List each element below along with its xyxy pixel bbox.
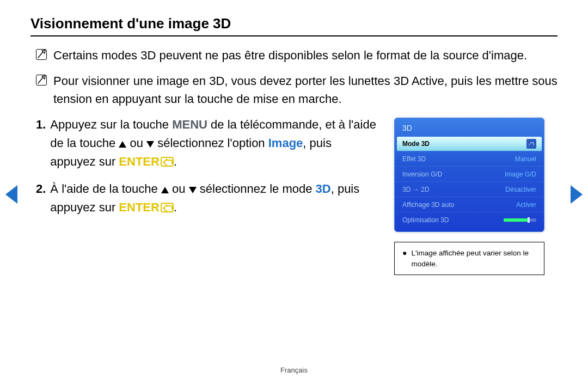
right-column: 3D Mode 3D Effet 3D Manuel Inversion G/D… (394, 118, 558, 275)
slider-fill (504, 218, 529, 222)
menu-row-mode-3d[interactable]: Mode 3D (397, 137, 542, 151)
down-arrow-icon (146, 141, 154, 148)
menu-row-value: Activer (516, 201, 536, 209)
note-icon (36, 75, 47, 86)
note-text: Certains modes 3D peuvent ne pas être di… (53, 46, 527, 64)
title-underline (30, 35, 558, 36)
menu-row-label: Optimisation 3D (402, 216, 449, 224)
text-fragment: Appuyez sur la touche (50, 118, 172, 131)
up-arrow-icon (161, 187, 169, 193)
mode-3d-icon (526, 139, 536, 149)
text-fragment: . (174, 155, 177, 168)
menu-header: 3D (395, 118, 544, 137)
image-keyword: Image (268, 136, 303, 150)
three-d-menu-panel: 3D Mode 3D Effet 3D Manuel Inversion G/D… (394, 118, 544, 232)
menu-row-label: Inversion G/D (402, 170, 442, 178)
page-title: Visionnement d'une image 3D (30, 15, 558, 32)
slider-thumb[interactable] (528, 217, 530, 223)
step-text: Appuyez sur la touche MENU de la télécom… (50, 115, 379, 171)
bullet-icon: ● (402, 248, 407, 269)
caption-box: ● L'image affichée peut varier selon le … (394, 242, 544, 275)
step-number: 1. (36, 115, 46, 171)
three-d-keyword: 3D (316, 182, 331, 196)
menu-row-effet-3d[interactable]: Effet 3D Manuel (395, 151, 544, 166)
up-arrow-icon (119, 141, 126, 148)
menu-row-inversion[interactable]: Inversion G/D Image G/D (395, 166, 544, 181)
menu-row-value: Désactiver (505, 186, 536, 193)
text-fragment: ou (126, 136, 146, 150)
steps: 1. Appuyez sur la touche MENU de la télé… (30, 115, 379, 225)
text-fragment: ou (169, 182, 189, 196)
enter-keyword: ENTER (119, 155, 160, 168)
text-fragment: sélectionnez le mode (197, 182, 316, 196)
note-2: Pour visionner une image en 3D, vous dev… (30, 72, 558, 108)
step-2: 2. À l'aide de la touche ou sélectionnez… (36, 180, 379, 217)
text-fragment: . (174, 200, 177, 214)
menu-row-3d-2d[interactable]: 3D → 2D Désactiver (395, 181, 544, 197)
next-page-arrow[interactable] (571, 185, 583, 204)
enter-keyword: ENTER (119, 200, 160, 214)
menu-row-value: Manuel (515, 155, 536, 163)
menu-row-label: Affichage 3D auto (402, 201, 454, 209)
menu-row-optimisation[interactable]: Optimisation 3D (395, 212, 544, 227)
footer-language: Français (0, 366, 588, 374)
body-area: 1. Appuyez sur la touche MENU de la télé… (30, 115, 558, 275)
note-icon (36, 49, 47, 60)
menu-row-label: Mode 3D (402, 140, 430, 148)
menu-row-label: Effet 3D (402, 155, 426, 163)
menu-row-value: Image G/D (505, 170, 536, 178)
down-arrow-icon (189, 187, 197, 193)
note-1: Certains modes 3D peuvent ne pas être di… (30, 46, 558, 64)
prev-page-arrow[interactable] (5, 185, 17, 204)
note-text: Pour visionner une image en 3D, vous dev… (53, 72, 558, 108)
step-text: À l'aide de la touche ou sélectionnez le… (50, 180, 379, 217)
caption-text: L'image affichée peut varier selon le mo… (411, 248, 536, 269)
menu-row-label: 3D → 2D (402, 186, 429, 193)
text-fragment: À l'aide de la touche (50, 182, 161, 196)
menu-keyword: MENU (172, 118, 207, 131)
enter-icon (161, 157, 174, 167)
step-number: 2. (36, 180, 46, 217)
menu-row-affichage-auto[interactable]: Affichage 3D auto Activer (395, 197, 544, 212)
optimisation-slider[interactable] (504, 218, 536, 222)
enter-icon (161, 203, 174, 212)
text-fragment: sélectionnez l'option (154, 136, 268, 150)
step-1: 1. Appuyez sur la touche MENU de la télé… (36, 115, 379, 171)
page: Visionnement d'une image 3D Certains mod… (0, 0, 588, 384)
